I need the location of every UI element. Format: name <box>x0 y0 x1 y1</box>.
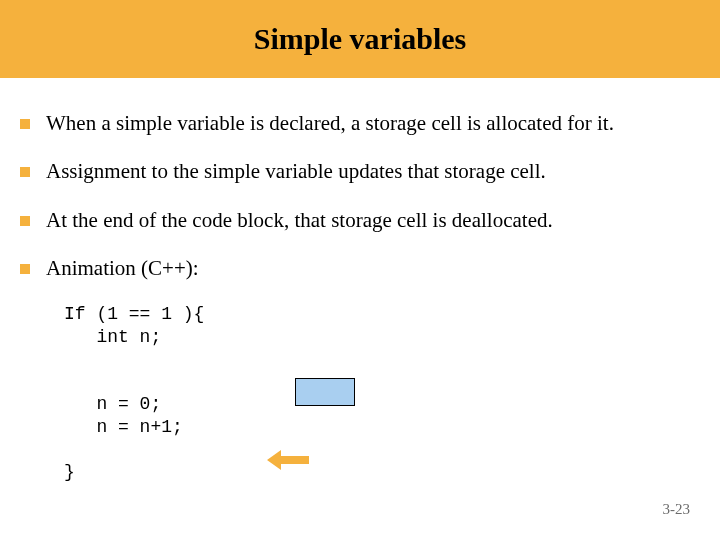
slide-title: Simple variables <box>254 22 467 56</box>
bullet-icon <box>20 216 30 226</box>
bullet-icon <box>20 264 30 274</box>
list-item: Animation (C++): <box>20 255 700 281</box>
bullet-text: At the end of the code block, that stora… <box>46 207 553 233</box>
arrow-shaft <box>279 456 309 464</box>
list-item: At the end of the code block, that stora… <box>20 207 700 233</box>
list-item: When a simple variable is declared, a st… <box>20 110 700 136</box>
code-block: If (1 == 1 ){ int n; n = 0; n = n+1; } <box>64 303 700 483</box>
slide-number: 3-23 <box>663 501 691 518</box>
arrow-left-icon <box>267 450 309 470</box>
bullet-text: Assignment to the simple variable update… <box>46 158 546 184</box>
arrow-head <box>267 450 281 470</box>
storage-cell-box <box>295 378 355 406</box>
list-item: Assignment to the simple variable update… <box>20 158 700 184</box>
slide-content: When a simple variable is declared, a st… <box>0 78 720 483</box>
bullet-text: Animation (C++): <box>46 255 199 281</box>
bullet-icon <box>20 119 30 129</box>
title-band: Simple variables <box>0 0 720 78</box>
bullet-text: When a simple variable is declared, a st… <box>46 110 614 136</box>
bullet-list: When a simple variable is declared, a st… <box>20 110 700 281</box>
bullet-icon <box>20 167 30 177</box>
